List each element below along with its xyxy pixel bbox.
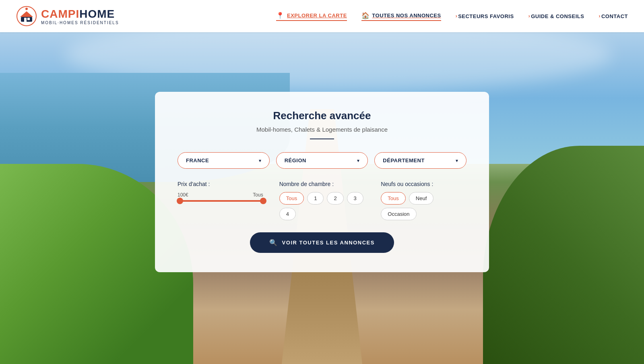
condition-btn-occasion[interactable]: Occasion [381, 208, 416, 220]
svg-rect-4 [27, 18, 30, 20]
svg-rect-3 [24, 18, 27, 22]
bedroom-btn-4[interactable]: 4 [279, 208, 296, 220]
nav-explorer[interactable]: 📍 EXPLORER LA CARTE [276, 12, 347, 21]
arrow-guide-icon: › [528, 13, 530, 19]
logo-text: CAMPIHOME MOBIL·HOMES RÉSIDENTIELS [41, 8, 119, 25]
search-divider [310, 139, 334, 139]
logo-campi: CAMPI [41, 8, 79, 20]
dropdown-region[interactable]: RÉGION ▾ [276, 152, 368, 169]
chevron-france-icon: ▾ [259, 158, 261, 163]
range-thumb-right[interactable] [260, 198, 266, 204]
search-button[interactable]: 🔍 VOIR TOUTES LES ANNONCES [250, 232, 394, 253]
nav-guide-label: GUIDE & CONSEILS [531, 13, 584, 19]
dropdown-france-label: FRANCE [186, 157, 209, 163]
condition-btn-neuf[interactable]: Neuf [409, 192, 433, 205]
chevron-region-icon: ▾ [357, 158, 359, 163]
location-icon: 📍 [276, 12, 285, 19]
header: CAMPIHOME MOBIL·HOMES RÉSIDENTIELS 📍 EXP… [0, 0, 644, 32]
price-min-label: 100€ [178, 192, 188, 198]
nav-annonces[interactable]: 🏠 TOUTES NOS ANNONCES [361, 12, 441, 21]
condition-btn-group: Tous Neuf Occasion [381, 192, 466, 220]
range-thumb-left[interactable] [177, 198, 183, 204]
price-filter-label: Prix d'achat : [178, 181, 263, 187]
price-range-labels: 100€ Tous [178, 192, 263, 198]
arrow-contact-icon: › [599, 13, 601, 19]
range-fill [180, 200, 263, 202]
dropdown-france[interactable]: FRANCE ▾ [178, 152, 270, 169]
svg-point-5 [25, 8, 28, 10]
bedroom-btn-1[interactable]: 1 [307, 192, 324, 205]
search-icon: 🔍 [269, 239, 278, 246]
condition-filter-group: Neufs ou occasions : Tous Neuf Occasion [381, 181, 466, 220]
nav-secteurs[interactable]: › SECTEURS FAVORIS [456, 13, 514, 19]
dropdowns-row: FRANCE ▾ RÉGION ▾ DÉPARTEMENT ▾ [178, 152, 466, 169]
house-icon: 🏠 [361, 12, 370, 19]
nav-annonces-label: TOUTES NOS ANNONCES [372, 12, 441, 19]
nav-contact[interactable]: › CONTACT [599, 13, 628, 19]
logo-brand: CAMPIHOME [41, 8, 119, 21]
dropdown-region-label: RÉGION [285, 157, 306, 163]
main-nav: 📍 EXPLORER LA CARTE 🏠 TOUTES NOS ANNONCE… [276, 12, 628, 21]
logo-icon [16, 6, 37, 27]
price-max-label: Tous [253, 192, 263, 198]
search-button-label: VOIR TOUTES LES ANNONCES [282, 240, 375, 246]
condition-filter-label: Neufs ou occasions : [381, 181, 466, 187]
bedroom-filter-label: Nombre de chambre : [279, 181, 365, 187]
bedroom-btn-2[interactable]: 2 [327, 192, 343, 205]
nav-guide[interactable]: › GUIDE & CONSEILS [528, 13, 584, 19]
condition-btn-tous[interactable]: Tous [381, 192, 405, 205]
filters-row: Prix d'achat : 100€ Tous Nombre de chamb… [178, 181, 466, 220]
nav-explorer-label: EXPLORER LA CARTE [287, 12, 347, 19]
search-title: Recherche avancée [178, 110, 466, 122]
dropdown-departement-label: DÉPARTEMENT [383, 157, 424, 163]
bedroom-btn-3[interactable]: 3 [347, 192, 363, 205]
bedroom-filter-group: Nombre de chambre : Tous 1 2 3 4 [279, 181, 365, 220]
price-filter-group: Prix d'achat : 100€ Tous [178, 181, 263, 202]
grass-right-bg [483, 146, 644, 364]
arrow-secteurs-icon: › [456, 13, 458, 19]
range-track [178, 200, 263, 202]
dropdown-departement[interactable]: DÉPARTEMENT ▾ [374, 152, 466, 169]
logo: CAMPIHOME MOBIL·HOMES RÉSIDENTIELS [16, 6, 119, 27]
nav-contact-label: CONTACT [601, 13, 628, 19]
nav-secteurs-label: SECTEURS FAVORIS [458, 13, 514, 19]
price-range: 100€ Tous [178, 192, 263, 202]
search-panel: Recherche avancée Mobil-homes, Chalets &… [155, 92, 489, 272]
logo-home: HOME [79, 8, 115, 20]
bedroom-btn-group: Tous 1 2 3 4 [279, 192, 365, 220]
chevron-dept-icon: ▾ [456, 158, 458, 163]
search-btn-row: 🔍 VOIR TOUTES LES ANNONCES [178, 232, 466, 253]
search-subtitle: Mobil-homes, Chalets & Logements de plai… [178, 126, 466, 133]
logo-tagline: MOBIL·HOMES RÉSIDENTIELS [41, 21, 119, 25]
bedroom-btn-tous[interactable]: Tous [279, 192, 304, 205]
